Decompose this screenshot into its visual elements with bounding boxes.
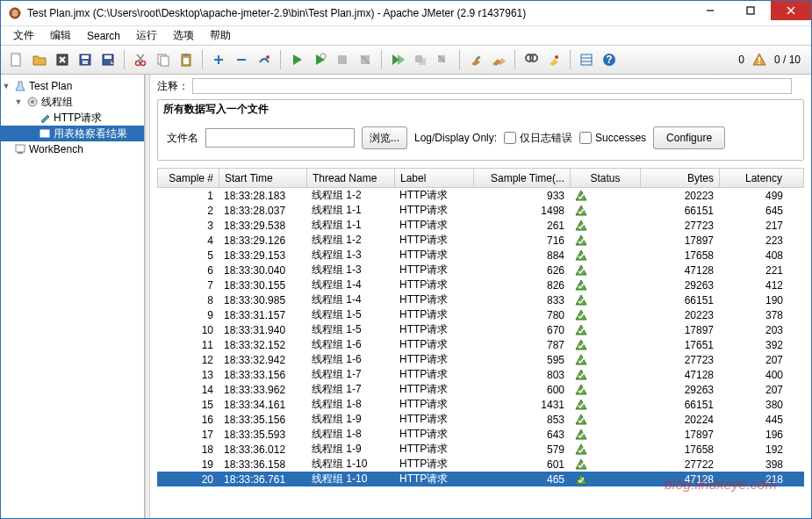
start-icon[interactable]	[286, 49, 307, 70]
close-button[interactable]	[771, 1, 811, 20]
tree-workbench[interactable]: WorkBench	[1, 141, 144, 157]
save-icon[interactable]	[75, 49, 96, 70]
reset-search-icon[interactable]	[543, 49, 564, 70]
menu-search[interactable]: Search	[80, 28, 127, 44]
help-icon[interactable]: ?	[599, 49, 620, 70]
new-icon[interactable]	[6, 49, 27, 70]
tree-http-request[interactable]: HTTP请求	[1, 110, 144, 126]
save-as-icon[interactable]	[97, 49, 119, 70]
svg-rect-22	[183, 58, 189, 64]
status-ok-icon	[575, 234, 635, 247]
table-row[interactable]: 118:33:28.183线程组 1-2HTTP请求93320223499	[157, 188, 804, 203]
copy-icon[interactable]	[153, 49, 174, 70]
svg-rect-21	[183, 54, 189, 56]
table-row[interactable]: 1418:33:33.962线程组 1-7HTTP请求60029263207	[157, 382, 804, 397]
close-file-icon[interactable]	[52, 49, 73, 70]
status-ok-icon	[575, 354, 635, 366]
remote-shutdown-icon[interactable]	[433, 49, 454, 70]
comment-row: 注释：	[154, 76, 808, 96]
browse-button[interactable]: 浏览...	[362, 126, 407, 149]
col-start-time[interactable]: Start Time	[219, 169, 307, 188]
table-row[interactable]: 1018:33:31.940线程组 1-5HTTP请求67017897203	[157, 322, 804, 337]
table-row[interactable]: 618:33:30.040线程组 1-3HTTP请求62647128221	[157, 263, 804, 278]
successes-checkbox[interactable]: Successes	[579, 132, 646, 144]
comment-label: 注释：	[154, 79, 192, 94]
collapse-icon[interactable]	[231, 49, 252, 70]
pipette-icon	[38, 111, 52, 125]
table-row[interactable]: 1818:33:36.012线程组 1-9HTTP请求57917658192	[157, 442, 804, 457]
col-status[interactable]: Status	[571, 169, 641, 188]
beaker-icon	[13, 79, 27, 93]
table-row[interactable]: 1118:33:32.152线程组 1-6HTTP请求78717651392	[157, 337, 804, 352]
clear-icon[interactable]	[465, 49, 486, 70]
remote-start-icon[interactable]	[387, 49, 408, 70]
col-latency[interactable]: Latency	[720, 169, 804, 188]
configure-button[interactable]: Configure	[653, 126, 725, 149]
table-row[interactable]: 418:33:29.126线程组 1-2HTTP请求71617897223	[157, 233, 804, 248]
errors-only-checkbox[interactable]: 仅日志错误	[504, 131, 572, 146]
table-row[interactable]: 1918:33:36.158线程组 1-10HTTP请求60127722398	[157, 457, 804, 472]
table-row[interactable]: 918:33:31.157线程组 1-5HTTP请求78020223378	[157, 307, 804, 322]
menu-run[interactable]: 运行	[129, 26, 164, 45]
workbench-icon	[13, 142, 27, 156]
paste-icon[interactable]	[176, 49, 197, 70]
expand-icon[interactable]	[208, 49, 229, 70]
status-ok-icon	[575, 443, 635, 456]
open-icon[interactable]	[29, 49, 50, 70]
results-table[interactable]: Sample # Start Time Thread Name Label Sa…	[157, 168, 804, 515]
minimize-button[interactable]	[690, 1, 730, 20]
col-label[interactable]: Label	[395, 169, 474, 188]
col-thread-name[interactable]: Thread Name	[307, 169, 395, 188]
clear-all-icon[interactable]	[488, 49, 509, 70]
table-row[interactable]: 318:33:29.538线程组 1-1HTTP请求26127723217	[157, 218, 804, 233]
remote-stop-icon[interactable]	[410, 49, 431, 70]
menubar: 文件 编辑 Search 运行 选项 帮助	[1, 25, 811, 45]
window-title: Test Plan.jmx (C:\Users\root\Desktop\apa…	[27, 7, 690, 19]
status-ok-icon	[575, 414, 635, 426]
svg-rect-19	[161, 56, 169, 66]
shutdown-icon[interactable]	[355, 49, 376, 70]
table-row[interactable]: 1618:33:35.156线程组 1-9HTTP请求85320224445	[157, 412, 804, 427]
comment-input[interactable]	[192, 78, 792, 94]
maximize-button[interactable]	[730, 1, 771, 20]
cut-icon[interactable]	[130, 49, 151, 70]
function-helper-icon[interactable]	[576, 49, 597, 70]
table-row[interactable]: 1318:33:33.156线程组 1-7HTTP请求80347128400	[157, 367, 804, 382]
menu-edit[interactable]: 编辑	[43, 26, 78, 45]
svg-point-26	[266, 55, 269, 59]
menu-options[interactable]: 选项	[166, 26, 201, 45]
tree-thread-group[interactable]: ▼ 线程组	[1, 94, 144, 110]
table-row[interactable]: 2018:33:36.761线程组 1-10HTTP请求46547128218	[157, 472, 804, 487]
svg-rect-40	[581, 54, 592, 65]
table-row[interactable]: 1218:33:32.942线程组 1-6HTTP请求59527723207	[157, 352, 804, 367]
filename-input[interactable]	[205, 128, 355, 148]
table-row[interactable]: 818:33:30.985线程组 1-4HTTP请求83366151190	[157, 292, 804, 307]
col-bytes[interactable]: Bytes	[641, 169, 720, 188]
start-no-timers-icon[interactable]	[309, 49, 330, 70]
tree-view-results-table[interactable]: 用表格察看结果	[1, 126, 144, 141]
menu-help[interactable]: 帮助	[203, 26, 238, 45]
table-icon	[38, 126, 52, 141]
tree-test-plan[interactable]: ▼ Test Plan	[1, 78, 144, 94]
test-tree[interactable]: ▼ Test Plan ▼ 线程组 HTTP请求 用表格察看结果 WorkBen…	[1, 75, 145, 518]
svg-point-48	[31, 100, 34, 104]
search-icon[interactable]	[521, 49, 542, 70]
table-row[interactable]: 1518:33:34.161线程组 1-8HTTP请求143166151380	[157, 397, 804, 412]
table-row[interactable]: 518:33:29.153线程组 1-3HTTP请求88417658408	[157, 248, 804, 263]
stop-icon[interactable]	[332, 49, 353, 70]
table-row[interactable]: 1718:33:35.593线程组 1-8HTTP请求64317897196	[157, 427, 804, 442]
table-row[interactable]: 718:33:30.155线程组 1-4HTTP请求82629263412	[157, 278, 804, 292]
tree-label: WorkBench	[29, 143, 83, 155]
table-row[interactable]: 218:33:28.037线程组 1-1HTTP请求149866151645	[157, 203, 804, 218]
toggle-icon[interactable]	[254, 49, 275, 70]
svg-rect-52	[16, 145, 25, 152]
svg-point-39	[555, 55, 558, 59]
status-ok-icon	[575, 294, 635, 306]
menu-file[interactable]: 文件	[6, 26, 41, 45]
status-ok-icon	[575, 458, 635, 471]
col-sample-time[interactable]: Sample Time(...	[474, 169, 571, 188]
svg-rect-13	[104, 55, 111, 59]
svg-point-15	[141, 61, 146, 66]
svg-rect-28	[338, 55, 347, 64]
col-sample[interactable]: Sample #	[158, 169, 219, 188]
